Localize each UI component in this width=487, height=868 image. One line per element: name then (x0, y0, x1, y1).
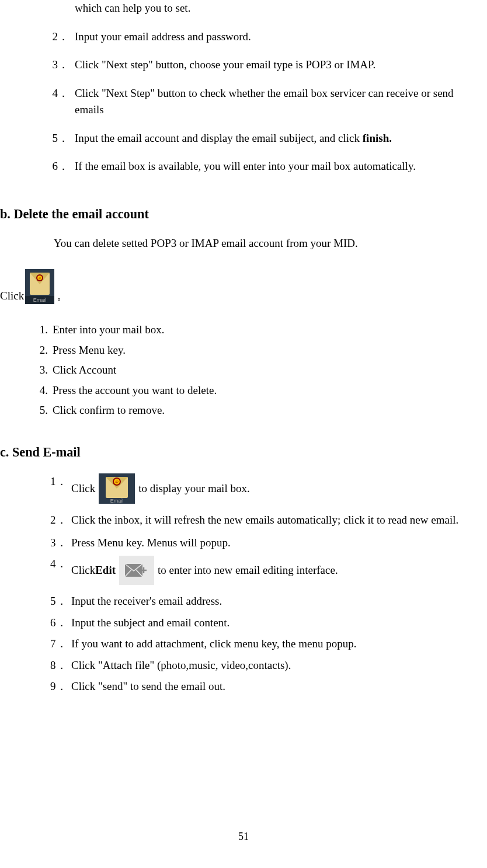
list-number: 3． (51, 57, 69, 74)
list-item: 5． Input the receiver's email address. (71, 593, 487, 610)
list-item: 1． Click @ Email to display your mail bo… (71, 473, 487, 504)
list-item: which can help you to set. (75, 0, 487, 17)
list-number: 5． (50, 593, 67, 610)
click-label: Click (0, 288, 24, 305)
list-item: 5. Click confirm to remove. (53, 402, 487, 419)
list-text-pre: Click (71, 562, 95, 579)
list-text: Press Menu key. (53, 344, 126, 356)
list-text: Enter into your mail box. (53, 323, 165, 336)
svg-text:Email: Email (110, 498, 124, 504)
list-text: Click "send" to send the email out. (71, 680, 225, 692)
list-number: 3. (33, 362, 48, 379)
svg-text:@: @ (39, 277, 41, 280)
list-item: 4． Click "Next Step" button to check whe… (75, 85, 487, 118)
list-number: 6． (51, 158, 69, 175)
list-text-bold: finish. (363, 132, 392, 144)
list-text: If you want to add attachment, click men… (71, 637, 356, 650)
svg-text:@: @ (115, 480, 119, 483)
list-item: 8． Click "Attach file" (photo,music, vid… (71, 657, 487, 674)
list-text: Click Account (53, 364, 116, 376)
list-text: Press the account you want to delete. (53, 384, 217, 396)
list-number: 1. (33, 322, 48, 339)
list-text-post: to enter into new email editing interfac… (158, 562, 338, 579)
list-number: 3． (50, 535, 67, 552)
list-text: which can help you to set. (75, 2, 190, 14)
list-text: Input the receiver's email address. (71, 595, 222, 607)
list-number: 1． (50, 473, 67, 490)
list-number: 7． (50, 636, 67, 653)
list-item: 2． Input your email address and password… (75, 29, 487, 46)
list-number: 4． (51, 85, 69, 102)
email-app-icon: @ Email (99, 473, 135, 504)
list-item: 4． Click Edit to enter into new email ed… (71, 556, 487, 585)
list-text: Input the subject and email content. (71, 616, 229, 629)
intro-text-delete: You can delete setted POP3 or IMAP email… (0, 235, 487, 252)
list-text-bold: Edit (95, 562, 116, 579)
list-send-steps: 1． Click @ Email to display your mail bo… (0, 473, 487, 695)
list-item: 6． Input the subject and email content. (71, 615, 487, 632)
list-item: 6． If the email box is available, you wi… (75, 158, 487, 175)
list-item: 3． Click "Next step" button, choose your… (75, 57, 487, 74)
list-item: 1. Enter into your mail box. (53, 322, 487, 339)
list-number: 2. (33, 342, 48, 359)
list-number: 5． (51, 130, 69, 147)
list-number: 2． (51, 29, 69, 46)
list-text-post: to display your mail box. (138, 480, 250, 497)
list-text: Click the inbox, it will refresh the new… (71, 514, 458, 526)
list-text: Click "Next Step" button to check whethe… (75, 87, 454, 116)
list-text: If the email box is available, you will … (75, 160, 416, 172)
list-number: 2． (50, 512, 67, 529)
heading-send-email: c. Send E-mail (0, 442, 487, 462)
list-text: Press Menu key. Menus will popup. (71, 536, 231, 549)
list-item: 5． Input the email account and display t… (75, 130, 487, 147)
list-item: 4. Press the account you want to delete. (53, 382, 487, 399)
heading-delete-account: b. Delete the email account (0, 204, 487, 224)
list-item: 2. Press Menu key. (53, 342, 487, 359)
list-text-pre: Click (71, 480, 95, 497)
list-text: Click "Attach file" (photo,music, video,… (71, 659, 291, 671)
list-item: 3. Click Account (53, 362, 487, 379)
list-number: 6． (50, 615, 67, 632)
click-suffix: 。 (57, 288, 68, 305)
compose-email-icon (119, 556, 154, 585)
list-number: 4. (33, 382, 48, 399)
svg-text:Email: Email (33, 297, 47, 303)
list-number: 9． (50, 678, 67, 695)
list-number: 4． (50, 556, 67, 573)
list-item: 9． Click "send" to send the email out. (71, 678, 487, 695)
list-text: Click confirm to remove. (53, 404, 165, 416)
email-app-icon: @ Email (25, 269, 54, 304)
list-text: Click "Next step" button, choose your em… (75, 58, 375, 71)
click-email-line: Click @ Email 。 (0, 269, 487, 304)
list-item: 3． Press Menu key. Menus will popup. (71, 535, 487, 552)
list-item: 7． If you want to add attachment, click … (71, 636, 487, 653)
list-delete-steps: 1. Enter into your mail box. 2. Press Me… (0, 322, 487, 419)
list-setup-continuing: which can help you to set. 2． Input your… (0, 0, 487, 175)
list-item: 2． Click the inbox, it will refresh the … (71, 512, 487, 529)
list-number: 8． (50, 657, 67, 674)
page-number: 51 (0, 829, 487, 845)
list-number: 5. (33, 402, 48, 419)
list-text: Input your email address and password. (75, 30, 251, 43)
list-text: Input the email account and display the … (75, 132, 363, 144)
